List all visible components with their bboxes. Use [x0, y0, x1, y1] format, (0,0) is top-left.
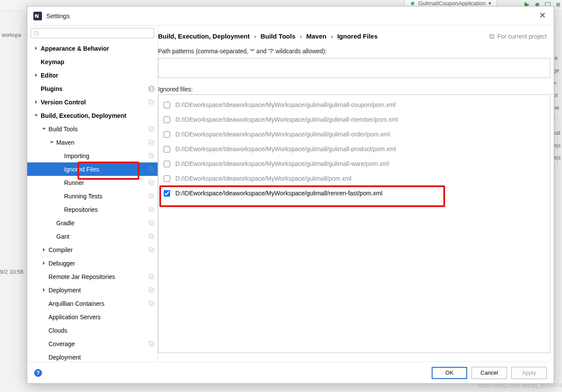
ignored-file-row[interactable]: D:/IDEworkspace/Ideaworkspace/MyWorkspac…	[160, 156, 548, 171]
bg-left-text: workspa	[2, 23, 24, 38]
svg-rect-29	[149, 288, 152, 291]
svg-rect-35	[490, 34, 493, 38]
tree-item-label: Gant	[56, 233, 146, 240]
settings-main: Build, Execution, Deployment›Build Tools…	[158, 26, 554, 362]
ok-button[interactable]: OK	[432, 367, 467, 379]
svg-rect-11	[149, 153, 152, 157]
svg-rect-16	[150, 181, 154, 185]
ignored-file-checkbox[interactable]	[164, 117, 170, 123]
help-button[interactable]: ?	[34, 369, 42, 377]
close-button[interactable]	[537, 10, 548, 22]
ignored-file-checkbox[interactable]	[164, 190, 170, 197]
tree-item-label: Importing	[64, 152, 146, 159]
tree-item-maven[interactable]: Maven	[27, 136, 158, 149]
project-scope-label: For current project	[497, 33, 547, 40]
ignored-file-row[interactable]: D:/IDEworkspace/Ideaworkspace/MyWorkspac…	[160, 186, 548, 201]
svg-rect-25	[149, 247, 152, 251]
svg-rect-5	[149, 100, 152, 103]
tree-item-application-servers[interactable]: Application Servers	[27, 310, 158, 324]
svg-rect-30	[150, 289, 154, 292]
stop-icon[interactable]	[554, 1, 562, 9]
tree-item-build-tools[interactable]: Build Tools	[27, 122, 158, 136]
tree-item-label: Ignored Files	[64, 166, 146, 173]
tree-item-label: Application Servers	[48, 314, 155, 321]
settings-search[interactable]	[31, 28, 154, 38]
tree-item-label: Maven	[56, 139, 146, 146]
svg-rect-2	[556, 3, 560, 7]
dialog-title: Settings	[46, 12, 70, 19]
arrow-placeholder	[41, 274, 46, 279]
svg-rect-9	[149, 140, 152, 143]
chevron-right-icon	[41, 288, 46, 293]
tree-item-clouds[interactable]: Clouds	[27, 324, 158, 337]
ignored-file-row[interactable]: D:/IDEworkspace/Ideaworkspace/MyWorkspac…	[160, 171, 548, 186]
tree-item-importing[interactable]: Importing	[27, 149, 158, 162]
svg-rect-14	[150, 168, 154, 172]
svg-rect-34	[150, 343, 154, 346]
ignored-file-checkbox[interactable]	[164, 146, 170, 152]
tree-item-gradle[interactable]: Gradle	[27, 216, 158, 230]
chevron-down-icon	[41, 126, 46, 132]
ignored-file-row[interactable]: D:/IDEworkspace/Ideaworkspace/MyWorkspac…	[160, 142, 548, 156]
tree-item-ignored-files[interactable]: Ignored Files	[27, 162, 158, 176]
tree-item-editor[interactable]: Editor	[27, 68, 158, 82]
tree-item-coverage[interactable]: Coverage	[27, 337, 158, 350]
chevron-right-icon	[41, 261, 46, 266]
project-icon	[148, 233, 155, 240]
search-input[interactable]	[42, 30, 151, 36]
apply-button[interactable]: Apply	[511, 367, 547, 379]
svg-rect-32	[150, 302, 154, 306]
tree-item-label: Version Control	[41, 99, 146, 106]
ignored-file-checkbox[interactable]	[164, 102, 170, 108]
project-icon	[148, 193, 155, 200]
dialog-footer: ? OK Cancel Apply	[27, 362, 554, 383]
tree-item-remote-jar-repositories[interactable]: Remote Jar Repositories	[27, 270, 158, 283]
project-icon	[148, 152, 155, 159]
tree-item-debugger[interactable]: Debugger	[27, 256, 158, 270]
tree-item-label: Keymap	[41, 58, 155, 65]
tree-item-version-control[interactable]: Version Control	[27, 95, 158, 109]
tree-item-label: Debugger	[48, 260, 155, 267]
tree-item-label: Running Tests	[64, 193, 146, 200]
ignored-file-checkbox[interactable]	[164, 131, 170, 138]
ignored-file-checkbox[interactable]	[164, 175, 170, 182]
bg-timestamp: 9/2 10:56	[0, 269, 23, 275]
chevron-right-icon	[33, 100, 39, 105]
cancel-button[interactable]: Cancel	[472, 367, 507, 379]
tree-item-appearance-behavior[interactable]: Appearance & Behavior	[27, 42, 158, 55]
tree-item-label: Repositories	[64, 206, 146, 213]
svg-rect-7	[149, 126, 152, 130]
tree-item-keymap[interactable]: Keymap	[27, 55, 158, 68]
tree-item-compiler[interactable]: Compiler	[27, 243, 158, 256]
ignored-file-path: D:/IDEworkspace/Ideaworkspace/MyWorkspac…	[175, 116, 398, 123]
ignored-file-row[interactable]: D:/IDEworkspace/Ideaworkspace/MyWorkspac…	[160, 97, 548, 112]
ignored-file-path: D:/IDEworkspace/Ideaworkspace/MyWorkspac…	[175, 175, 352, 182]
chevron-right-icon	[41, 247, 46, 253]
svg-rect-28	[150, 275, 154, 279]
chevron-down-icon	[33, 113, 39, 118]
chevron-down-icon: ▾	[488, 0, 491, 6]
tree-item-runner[interactable]: Runner	[27, 176, 158, 189]
ignored-file-path: D:/IDEworkspace/Ideaworkspace/MyWorkspac…	[175, 160, 389, 167]
copy-icon	[489, 33, 495, 39]
patterns-input[interactable]	[158, 58, 550, 78]
tree-item-plugins[interactable]: Plugins1	[27, 82, 158, 95]
project-icon	[148, 287, 155, 294]
tree-item-deployment[interactable]: Deployment	[27, 350, 158, 362]
tree-item-arquillian-containers[interactable]: Arquillian Containers	[27, 297, 158, 310]
tree-item-repositories[interactable]: Repositories	[27, 203, 158, 216]
tree-item-deployment[interactable]: Deployment	[27, 283, 158, 297]
settings-dialog: Settings Appearance & BehaviorKeymapEdit…	[27, 6, 554, 384]
ignored-file-checkbox[interactable]	[164, 161, 170, 167]
svg-rect-15	[149, 180, 152, 184]
project-icon	[148, 126, 155, 133]
tree-item-running-tests[interactable]: Running Tests	[27, 189, 158, 203]
tree-item-gant[interactable]: Gant	[27, 230, 158, 243]
settings-sidebar: Appearance & BehaviorKeymapEditorPlugins…	[27, 26, 158, 362]
project-icon	[148, 246, 155, 253]
svg-rect-10	[150, 141, 154, 145]
tree-item-build-execution-deployment[interactable]: Build, Execution, Deployment	[27, 109, 158, 122]
ignored-file-row[interactable]: D:/IDEworkspace/Ideaworkspace/MyWorkspac…	[160, 112, 548, 127]
svg-rect-17	[149, 194, 152, 197]
ignored-file-row[interactable]: D:/IDEworkspace/Ideaworkspace/MyWorkspac…	[160, 127, 548, 142]
